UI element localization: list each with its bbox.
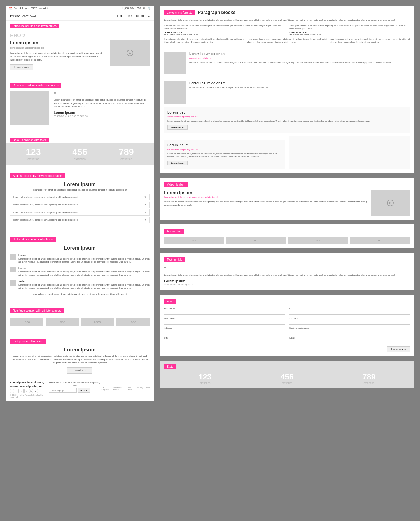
cta-button[interactable]: Lorem ipsum (67, 367, 92, 374)
pb-text-5: Lorem ipsum dolor sit amet, consecteuer … (330, 38, 410, 44)
affiliate-logo-3: LOGO (81, 318, 114, 326)
testimonial-image (10, 91, 49, 125)
form-input-firstname[interactable] (164, 311, 285, 315)
rp-title-bar-3: Affiliate bar (164, 229, 410, 234)
benefit-name-2: Lorem (18, 267, 150, 270)
faq-item-text: Ipsum dolor sit amet, consecteuer adipis… (13, 219, 78, 221)
stats-panel-item-1: 123 statistics (164, 372, 246, 385)
form-submit-button[interactable]: Lorem ipsum (387, 346, 410, 352)
footer-left: Lorem ipsum dolor sit amet, consecteuer … (10, 381, 49, 398)
faq-item[interactable]: Ipsum dolor sit amet, consecteuer adipis… (10, 202, 150, 208)
faq-arrow: ▼ (144, 196, 146, 198)
email-icon: ✉ (143, 7, 145, 10)
footer-link-legal[interactable]: Legal (145, 387, 150, 391)
ab-logo-3: LOGO (288, 237, 348, 244)
stat-item-1: 123 statistics (10, 147, 57, 161)
form-input-lastname[interactable] (164, 321, 285, 325)
stats-section: 123 statistics 456 statistics 789 statis… (6, 143, 154, 165)
page-wrapper: 📅 Schedule your FREE consultation! 1 (88… (6, 6, 414, 401)
stats-row: 123 statistics 456 statistics 789 statis… (10, 147, 150, 161)
faq-item[interactable]: Ipsum dolor sit amet, consecteuer adipis… (10, 217, 150, 223)
form-label-zip: Zip Code (289, 317, 410, 319)
itp-body-1: Lorem ipsum dolor sit amet, consecteuer … (189, 61, 410, 64)
benefit-name-1: Lorem (18, 254, 150, 257)
social-youtube[interactable]: yt (34, 389, 38, 393)
cta-section-header: Last push - call to action (6, 336, 154, 345)
video-play-button[interactable]: ▶ (387, 200, 394, 206)
tp-quote: " (164, 265, 410, 272)
hero-body: Lorem ipsum dolor sit amet, consecteuer … (10, 52, 107, 62)
form-input-email[interactable] (289, 340, 410, 344)
form-field-city: City (164, 337, 285, 344)
nav-link1[interactable]: Link (117, 14, 123, 17)
footer-link-privacy[interactable]: Privacy (137, 387, 143, 391)
hero-title: Lorem ipsum (10, 40, 107, 45)
footer-link-dealer[interactable]: Become a dealer! (113, 387, 126, 391)
two-col-left-title: Lorem ipsum (167, 143, 282, 147)
top-bar: 📅 Schedule your FREE consultation! 1 (88… (6, 6, 154, 11)
nav-link2[interactable]: Link (127, 14, 132, 17)
affiliate-section: LOGO LOGO LOGO LOGO (6, 314, 154, 330)
rp-title-bar-1: Layouts and formats Paragraph blocks (164, 10, 410, 15)
social-google[interactable]: g (24, 389, 28, 393)
ftb-button[interactable]: Lorem ipsum (167, 125, 188, 130)
divider3 (6, 165, 154, 171)
three-col-grid: Lorem ipsum dolor sit amet, consecteuer … (164, 38, 410, 45)
benefits-section: Lorem Ipsum Lorem Lorem ipsum dolor sit … (6, 243, 154, 300)
two-col-left-button[interactable]: Lorem ipsum (167, 161, 188, 165)
vh-layout: Lorem Ipsum Lorem ipsum dolor sit amet, … (164, 190, 410, 216)
nav-bar: Invisible Fence Brand Link Link Menu ≡ (6, 11, 154, 21)
play-button[interactable]: ▶ (127, 50, 133, 56)
footer-link-sitemap[interactable]: Site Map (128, 387, 135, 391)
divider6 (6, 330, 154, 336)
footer-link-company[interactable]: Our company (101, 387, 111, 391)
img-text-block-1: Lorem ipsum dolor sit consecteuer adipis… (164, 48, 410, 74)
social-pinterest[interactable]: p (20, 389, 24, 393)
two-col-left-subtitle: consecteuer adipiscing sed do (167, 148, 282, 151)
benefit-icon-1 (10, 254, 16, 260)
stat-item-3: 789 statistics (103, 147, 150, 161)
faq-item[interactable]: Ipsum dolor sit amet, consecteuer adipis… (10, 194, 150, 200)
panel-form: Form First Name Last Name Address (160, 295, 414, 356)
cta-badge: Last push - call to action (10, 339, 46, 344)
faq-item[interactable]: Ipsum dolor sit amet, consecteuer adipis… (10, 209, 150, 216)
social-linkedin[interactable]: in (29, 389, 33, 393)
calendar-icon: 📅 (9, 7, 12, 10)
ab-logo-2: LOGO (226, 237, 286, 244)
benefit-name-3: SedEt (18, 280, 150, 283)
form-left: First Name Last Name Address City (164, 307, 285, 352)
form-input-address[interactable] (164, 330, 285, 334)
nav-menu[interactable]: Menu (136, 14, 144, 17)
ftb-body: Lorem ipsum dolor sit amet, consecteuer … (167, 120, 407, 123)
itp-title-2: Lorem ipsum dolor sit (189, 81, 410, 85)
form-input-zip[interactable] (289, 321, 410, 325)
pb-author-1: JOHN HANCOCK (164, 31, 285, 34)
pb-item-2: Lorem ipsum dolor sit amet, consecteuer … (289, 24, 410, 36)
hamburger-icon[interactable]: ≡ (148, 14, 150, 17)
email-signup-input[interactable] (49, 388, 77, 393)
stats-panel-row: 123 statistics 456 statistics 789 statis… (164, 372, 410, 385)
pb-item-1: Lorem ipsum dolor sit amet, consecteuer … (164, 24, 285, 36)
hero-cta-button[interactable]: Lorem ipsum (10, 64, 33, 70)
img-text-content-1: Lorem ipsum dolor sit consecteuer adipis… (189, 52, 410, 74)
social-facebook[interactable]: f (10, 389, 14, 393)
pb-author-2: JOHN HANCOCK (289, 31, 410, 34)
cta-body: Lorem ipsum dolor sit amet, consecteuer … (10, 355, 150, 365)
hero-content: Lorem ipsum consecteuer adipiscing sed d… (10, 40, 150, 70)
panel-testimonials: Testimonials " Lorem ipsum dolor sit ame… (160, 253, 414, 290)
email-submit-button[interactable]: Submit (78, 388, 90, 393)
ftb-title: Lorem ipsum (167, 110, 407, 114)
two-col-left-body: Lorem ipsum dolor sit amet, consecteuer … (167, 152, 282, 158)
stats-panel-item-3: 789 statistics (328, 372, 410, 385)
two-col-grid: Lorem ipsum dolor sit amet, consecteuer … (164, 24, 410, 36)
nav-links: Link Link Menu ≡ (117, 14, 150, 17)
form-input-city[interactable] (164, 340, 285, 344)
rp-title-bar-4: Testimonials (164, 257, 410, 262)
form-label-lastname: Last Name (164, 317, 285, 319)
right-column: Layouts and formats Paragraph blocks Lor… (160, 6, 414, 401)
itp-title-1: Lorem ipsum dolor sit (189, 52, 410, 56)
stats-panel-number-2: 456 (246, 372, 328, 381)
social-twitter[interactable]: t (15, 389, 19, 393)
form-input-co[interactable] (289, 311, 410, 315)
form-input-phone[interactable] (289, 330, 410, 334)
